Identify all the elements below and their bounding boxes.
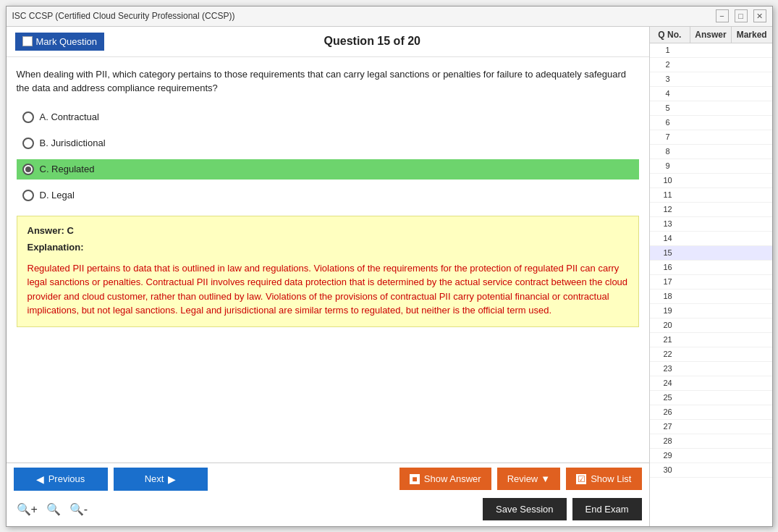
col-marked: Marked (732, 27, 772, 43)
table-row[interactable]: 25 (650, 391, 772, 405)
option-c-label: C. Regulated (40, 164, 95, 174)
table-row[interactable]: 19 (650, 304, 772, 318)
q-number: 12 (650, 205, 686, 214)
q-number: 2 (650, 60, 686, 69)
main-window: ISC CCSP (Certified Cloud Security Profe… (6, 6, 773, 527)
zoom-normal-button[interactable]: 🔍 (43, 501, 64, 518)
table-row[interactable]: 15 (650, 246, 772, 261)
q-number: 15 (650, 248, 686, 257)
option-c[interactable]: C. Regulated (17, 159, 639, 180)
question-text: When dealing with PII, which category pe… (17, 67, 639, 96)
answer-label: Answer: C (28, 225, 628, 236)
zoom-out-button[interactable]: 🔍- (67, 501, 90, 518)
table-row[interactable]: 27 (650, 420, 772, 434)
q-number: 30 (650, 465, 686, 474)
option-a-radio (22, 111, 34, 123)
q-number: 28 (650, 436, 686, 445)
table-row[interactable]: 28 (650, 434, 772, 449)
option-a[interactable]: A. Contractual (17, 107, 639, 127)
zoom-controls: 🔍+ 🔍 🔍- (14, 501, 91, 518)
q-number: 27 (650, 422, 686, 431)
q-number: 4 (650, 89, 686, 98)
table-row[interactable]: 3 (650, 72, 772, 87)
table-row[interactable]: 11 (650, 188, 772, 203)
content-area: Mark Question Question 15 of 20 When dea… (7, 27, 772, 526)
option-d[interactable]: D. Legal (17, 185, 639, 206)
mark-question-button[interactable]: Mark Question (15, 33, 105, 51)
q-number: 5 (650, 104, 686, 112)
close-button[interactable]: ✕ (753, 9, 766, 22)
question-area: When dealing with PII, which category pe… (7, 57, 649, 463)
table-row[interactable]: 10 (650, 174, 772, 188)
table-row[interactable]: 17 (650, 275, 772, 290)
table-row[interactable]: 30 (650, 463, 772, 478)
show-list-checkbox-icon: ☑ (576, 474, 586, 484)
q-number: 7 (650, 132, 686, 141)
side-panel: Q No. Answer Marked 1 2 3 4 5 6 (649, 27, 772, 526)
q-number: 9 (650, 161, 686, 170)
review-dropdown-icon: ▼ (541, 473, 550, 484)
q-number: 17 (650, 277, 686, 286)
end-exam-label: End Exam (585, 504, 629, 515)
q-number: 18 (650, 292, 686, 300)
table-row[interactable]: 29 (650, 449, 772, 463)
table-row[interactable]: 1 (650, 43, 772, 58)
q-number: 1 (650, 46, 686, 54)
show-answer-button[interactable]: ■ Show Answer (399, 468, 491, 490)
table-row[interactable]: 2 (650, 58, 772, 72)
table-row[interactable]: 5 (650, 101, 772, 116)
q-number: 10 (650, 176, 686, 185)
minimize-button[interactable]: − (716, 9, 729, 22)
save-session-button[interactable]: Save Session (483, 498, 567, 520)
q-number: 8 (650, 147, 686, 156)
table-row[interactable]: 7 (650, 130, 772, 145)
zoom-in-button[interactable]: 🔍+ (14, 501, 41, 518)
q-number: 6 (650, 118, 686, 127)
maximize-button[interactable]: □ (735, 9, 748, 22)
table-row[interactable]: 23 (650, 362, 772, 376)
table-row[interactable]: 8 (650, 145, 772, 159)
q-number: 11 (650, 190, 686, 199)
table-row[interactable]: 16 (650, 261, 772, 275)
table-row[interactable]: 22 (650, 347, 772, 362)
option-d-label: D. Legal (40, 190, 75, 200)
toolbar: Mark Question Question 15 of 20 (7, 27, 649, 57)
question-title: Question 15 of 20 (104, 35, 640, 48)
table-row[interactable]: 9 (650, 159, 772, 174)
col-answer: Answer (690, 27, 732, 43)
table-row[interactable]: 24 (650, 376, 772, 391)
table-row[interactable]: 18 (650, 290, 772, 304)
option-c-radio (22, 164, 34, 175)
q-number: 24 (650, 379, 686, 387)
mark-checkbox-icon (22, 36, 33, 46)
end-exam-button[interactable]: End Exam (572, 498, 642, 520)
mark-button-label: Mark Question (36, 36, 98, 47)
explanation-text: Regulated PII pertains to data that is o… (28, 261, 628, 318)
bottom-bar: ◀ Previous Next ▶ ■ Show Answer Review ▼ (7, 463, 649, 526)
title-bar: ISC CCSP (Certified Cloud Security Profe… (7, 7, 772, 27)
table-row[interactable]: 6 (650, 116, 772, 130)
prev-arrow-icon: ◀ (36, 473, 44, 485)
table-row[interactable]: 13 (650, 217, 772, 232)
review-button[interactable]: Review ▼ (497, 468, 561, 490)
previous-label: Previous (48, 473, 85, 484)
show-answer-label: Show Answer (424, 473, 481, 484)
q-number: 20 (650, 321, 686, 329)
q-number: 29 (650, 451, 686, 460)
table-row[interactable]: 14 (650, 232, 772, 246)
show-list-button[interactable]: ☑ Show List (566, 468, 641, 490)
question-list[interactable]: 1 2 3 4 5 6 7 8 (650, 43, 772, 526)
table-row[interactable]: 12 (650, 203, 772, 217)
q-number: 16 (650, 263, 686, 271)
table-row[interactable]: 26 (650, 405, 772, 420)
next-button[interactable]: Next ▶ (114, 468, 208, 491)
table-row[interactable]: 21 (650, 333, 772, 347)
show-list-label: Show List (591, 473, 631, 484)
table-row[interactable]: 20 (650, 318, 772, 333)
next-label: Next (145, 473, 164, 484)
col-qno: Q No. (650, 27, 691, 43)
option-b[interactable]: B. Jurisdictional (17, 133, 639, 153)
window-title: ISC CCSP (Certified Cloud Security Profe… (12, 11, 235, 21)
table-row[interactable]: 4 (650, 87, 772, 101)
previous-button[interactable]: ◀ Previous (14, 468, 108, 491)
